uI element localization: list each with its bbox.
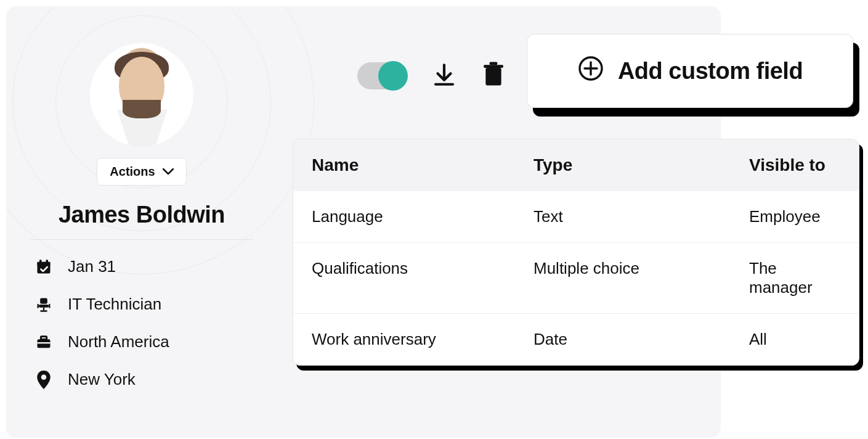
download-icon[interactable]	[431, 62, 457, 90]
svg-rect-5	[39, 305, 49, 308]
info-city: New York	[68, 370, 136, 389]
trash-icon[interactable]	[482, 62, 505, 90]
svg-rect-16	[490, 62, 498, 65]
col-type: Type	[533, 155, 749, 175]
cell-type: Text	[533, 207, 749, 226]
divider	[31, 239, 253, 240]
add-custom-field-label: Add custom field	[618, 58, 803, 84]
table-header: Name Type Visible to	[293, 139, 859, 191]
svg-rect-9	[49, 303, 50, 308]
chair-icon	[34, 296, 53, 313]
cell-type: Date	[533, 330, 749, 349]
col-name: Name	[312, 155, 533, 175]
cell-visible: Employee	[749, 207, 840, 226]
profile-info-list: Jan 31 IT Technician North America New Y…	[31, 257, 253, 389]
profile-column: Actions James Boldwin Jan 31 IT Technici…	[31, 43, 253, 389]
cell-name: Qualifications	[312, 259, 533, 297]
svg-rect-4	[40, 298, 47, 303]
avatar[interactable]	[90, 43, 193, 147]
location-pin-icon	[34, 371, 53, 389]
svg-rect-14	[485, 68, 501, 86]
calendar-icon	[34, 258, 53, 276]
plus-circle-icon	[577, 55, 604, 88]
svg-rect-6	[43, 307, 44, 310]
table-row[interactable]: LanguageTextEmployee	[293, 191, 859, 242]
cell-name: Work anniversary	[312, 330, 533, 349]
cell-visible: The manager	[749, 259, 840, 297]
info-date: Jan 31	[68, 257, 116, 276]
svg-rect-1	[38, 261, 51, 265]
chevron-down-icon	[163, 165, 174, 179]
svg-point-13	[41, 374, 47, 380]
status-toggle[interactable]	[357, 62, 407, 89]
svg-rect-8	[38, 303, 39, 308]
cell-visible: All	[749, 330, 840, 349]
briefcase-icon	[34, 334, 53, 351]
cell-type: Multiple choice	[533, 259, 749, 297]
svg-rect-7	[40, 310, 47, 311]
svg-rect-2	[39, 260, 42, 263]
custom-fields-table: Name Type Visible to LanguageTextEmploye…	[293, 139, 859, 366]
info-role-row: IT Technician	[34, 295, 253, 314]
cell-name: Language	[312, 207, 533, 226]
toggle-knob	[378, 61, 408, 91]
add-custom-field-button[interactable]: Add custom field	[527, 34, 853, 108]
info-role: IT Technician	[68, 295, 161, 314]
profile-name: James Boldwin	[59, 202, 225, 228]
svg-rect-12	[38, 342, 51, 343]
info-region-row: North America	[34, 332, 253, 351]
col-visible: Visible to	[749, 155, 840, 175]
svg-rect-11	[41, 336, 46, 339]
actions-dropdown[interactable]: Actions	[97, 158, 186, 186]
info-region: North America	[68, 332, 169, 351]
actions-label: Actions	[110, 165, 155, 179]
toolbar	[357, 62, 505, 90]
info-date-row: Jan 31	[34, 257, 253, 276]
table-row[interactable]: QualificationsMultiple choiceThe manager	[293, 242, 859, 313]
table-row[interactable]: Work anniversaryDateAll	[293, 313, 859, 365]
svg-rect-3	[46, 260, 49, 263]
info-city-row: New York	[34, 370, 253, 389]
svg-rect-15	[484, 65, 503, 68]
